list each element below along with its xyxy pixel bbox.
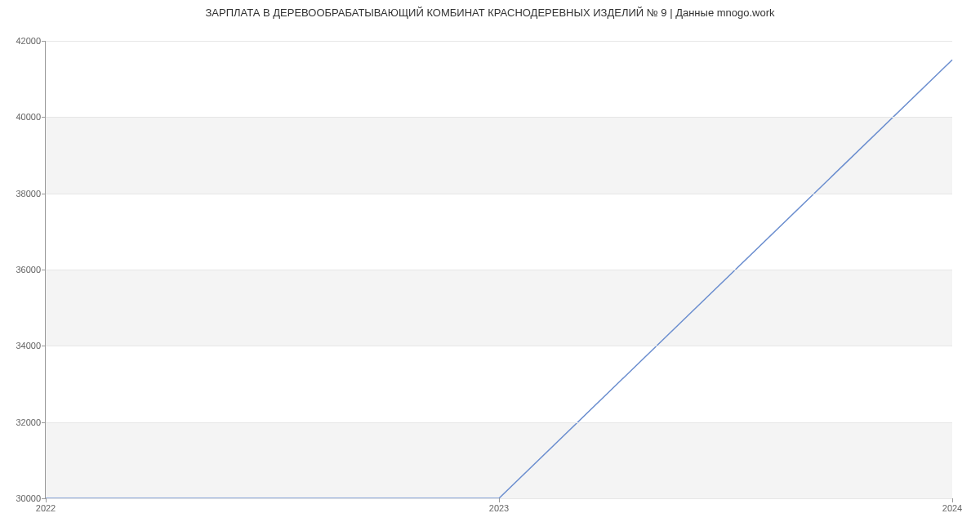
y-tick-mark xyxy=(42,194,46,194)
x-tick-label: 2024 xyxy=(942,503,962,513)
y-tick-label: 36000 xyxy=(4,265,41,274)
y-tick-mark xyxy=(42,270,46,270)
x-tick-mark xyxy=(952,498,953,502)
y-grid-line xyxy=(46,346,952,346)
y-grid-line xyxy=(46,194,952,194)
x-tick-mark xyxy=(499,498,500,502)
chart-container: 202220232024 300003200034000360003800040… xyxy=(0,25,980,515)
y-tick-label: 32000 xyxy=(4,417,41,427)
x-tick-mark xyxy=(46,498,47,502)
series-line xyxy=(46,60,952,498)
y-tick-label: 40000 xyxy=(4,112,41,122)
y-grid-line xyxy=(46,270,952,270)
y-tick-mark xyxy=(42,346,46,346)
y-tick-label: 42000 xyxy=(4,36,41,46)
y-grid-line xyxy=(46,117,952,118)
y-tick-label: 38000 xyxy=(4,189,41,199)
chart-title: ЗАРПЛАТА В ДЕРЕВООБРАБАТЫВАЮЩИЙ КОМБИНАТ… xyxy=(0,0,980,25)
x-tick-label: 2022 xyxy=(36,503,56,513)
y-tick-label: 34000 xyxy=(4,341,41,350)
x-tick-label: 2023 xyxy=(489,503,509,513)
y-tick-mark xyxy=(42,117,46,118)
y-tick-mark xyxy=(42,422,46,423)
y-tick-label: 30000 xyxy=(4,493,41,503)
y-grid-line xyxy=(46,41,952,42)
y-tick-mark xyxy=(42,41,46,42)
y-grid-line xyxy=(46,422,952,423)
plot-area: 202220232024 xyxy=(45,41,952,499)
